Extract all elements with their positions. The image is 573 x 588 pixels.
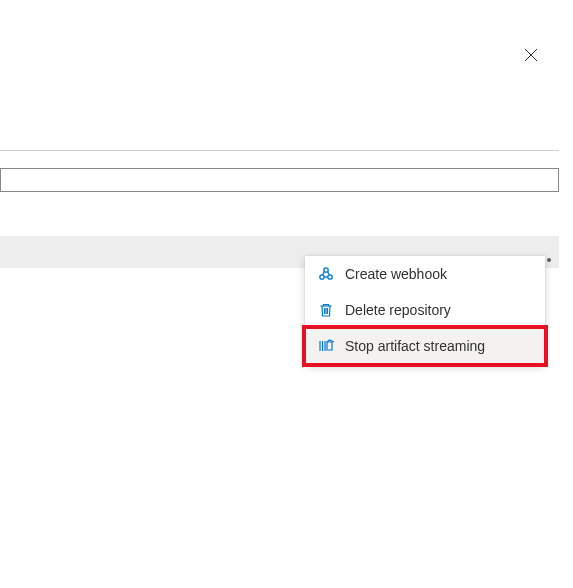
menu-item-stop-artifact-streaming[interactable]: Stop artifact streaming [305,328,545,364]
divider [0,150,559,151]
menu-item-label: Create webhook [345,266,447,282]
overflow-indicator [547,258,551,262]
svg-point-2 [320,275,324,279]
stop-streaming-icon [317,337,335,355]
delete-icon [317,301,335,319]
menu-item-label: Stop artifact streaming [345,338,485,354]
close-button[interactable] [521,46,541,66]
svg-point-3 [328,275,332,279]
webhook-icon [317,265,335,283]
close-icon [523,47,539,66]
text-input[interactable] [0,168,559,192]
menu-item-create-webhook[interactable]: Create webhook [305,256,545,292]
context-menu: Create webhook Delete repository [305,256,545,364]
menu-item-label: Delete repository [345,302,451,318]
menu-item-delete-repository[interactable]: Delete repository [305,292,545,328]
